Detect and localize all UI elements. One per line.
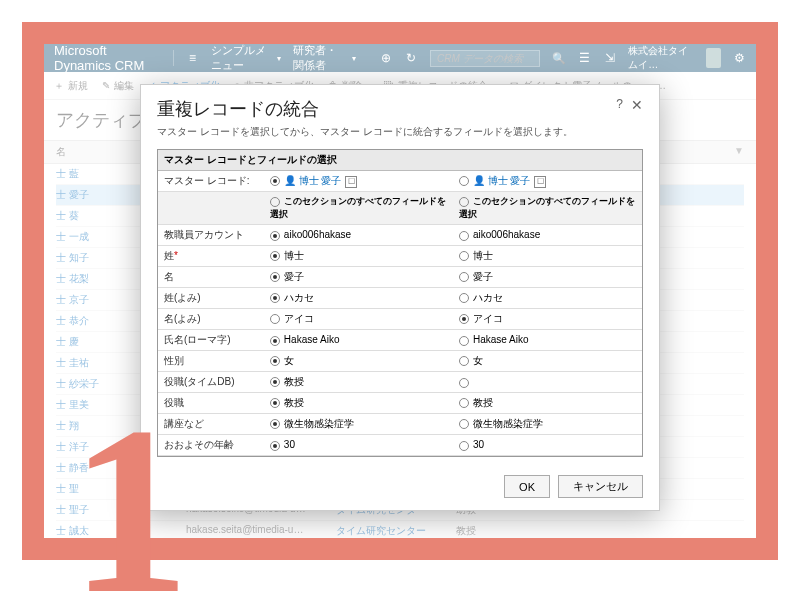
field-value-a[interactable]: ハカセ [264,288,453,309]
field-label: 名 [158,267,264,288]
lookup-icon[interactable]: ☐ [534,176,546,188]
field-label: 名(よみ) [158,309,264,330]
radio-icon[interactable] [459,336,469,346]
record-b-link[interactable]: 博士 愛子 [488,175,531,186]
modal-title: 重複レコードの統合 [157,97,616,121]
decorative-number: 1 [70,390,190,600]
radio-icon[interactable] [270,441,280,451]
radio-icon[interactable] [459,197,469,207]
radio-icon[interactable] [270,336,280,346]
radio-icon[interactable] [270,231,280,241]
field-value-a[interactable]: 愛子 [264,267,453,288]
radio-icon[interactable] [459,356,469,366]
field-value-a[interactable]: 女 [264,351,453,372]
field-value-a[interactable]: 教授 [264,393,453,414]
lookup-icon[interactable]: ☐ [345,176,357,188]
field-value-b[interactable]: 女 [453,351,642,372]
radio-icon[interactable] [459,398,469,408]
field-value-b[interactable]: ハカセ [453,288,642,309]
master-label: マスター レコード: [158,171,264,192]
field-value-a[interactable]: Hakase Aiko [264,330,453,351]
select-all-b[interactable]: このセクションのすべてのフィールドを選択 [459,196,635,219]
select-all-a[interactable]: このセクションのすべてのフィールドを選択 [270,196,446,219]
field-label: 氏名(ローマ字) [158,330,264,351]
field-label: 教職員アカウント [158,225,264,246]
field-value-a[interactable]: 博士 [264,246,453,267]
modal-subtitle: マスター レコードを選択してから、マスター レコードに統合するフィールドを選択し… [141,125,659,149]
merge-modal: 重複レコードの統合 ? ✕ マスター レコードを選択してから、マスター レコード… [140,84,660,511]
ok-button[interactable]: OK [504,475,550,498]
field-value-a[interactable]: 30 [264,435,453,456]
field-label: 性別 [158,351,264,372]
help-icon[interactable]: ? [616,97,623,111]
radio-icon[interactable] [459,441,469,451]
radio-icon[interactable] [270,176,280,186]
field-value-a[interactable]: アイコ [264,309,453,330]
record-a-link[interactable]: 博士 愛子 [299,175,342,186]
field-value-b[interactable]: 微生物感染症学 [453,414,642,435]
field-value-b[interactable]: 博士 [453,246,642,267]
cancel-button[interactable]: キャンセル [558,475,643,498]
radio-icon[interactable] [270,293,280,303]
person-icon: 👤 [284,175,296,186]
radio-icon[interactable] [459,272,469,282]
field-value-a[interactable]: 教授 [264,372,453,393]
radio-icon[interactable] [270,377,280,387]
person-icon: 👤 [473,175,485,186]
radio-icon[interactable] [270,314,280,324]
field-value-b[interactable]: aiko006hakase [453,225,642,246]
field-value-a[interactable]: aiko006hakase [264,225,453,246]
field-value-b[interactable]: Hakase Aiko [453,330,642,351]
radio-icon[interactable] [459,176,469,186]
radio-icon[interactable] [459,419,469,429]
field-value-b[interactable]: 30 [453,435,642,456]
field-value-b[interactable]: 教授 [453,393,642,414]
radio-icon[interactable] [459,251,469,261]
close-icon[interactable]: ✕ [631,97,643,113]
section-caption: マスター レコードとフィールドの選択 [158,150,642,171]
radio-icon[interactable] [270,272,280,282]
radio-icon[interactable] [459,314,469,324]
radio-icon[interactable] [270,419,280,429]
field-value-b[interactable]: アイコ [453,309,642,330]
field-value-b[interactable]: 愛子 [453,267,642,288]
radio-icon[interactable] [270,356,280,366]
field-value-b[interactable] [453,372,642,393]
radio-icon[interactable] [270,197,280,207]
radio-icon[interactable] [270,251,280,261]
radio-icon[interactable] [459,378,469,388]
field-label: 姓(よみ) [158,288,264,309]
field-label: 姓* [158,246,264,267]
field-value-a[interactable]: 微生物感染症学 [264,414,453,435]
radio-icon[interactable] [459,293,469,303]
radio-icon[interactable] [459,231,469,241]
radio-icon[interactable] [270,398,280,408]
